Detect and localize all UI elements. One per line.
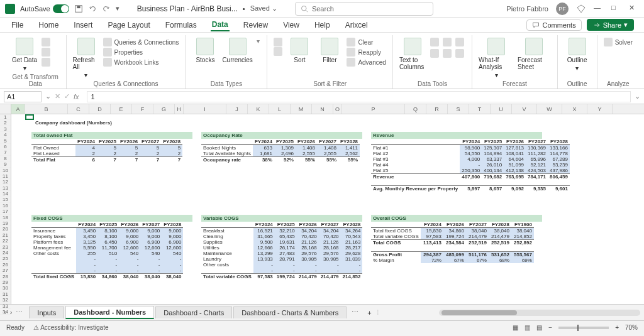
more-tabs-icon[interactable]: ⋯ [348, 308, 362, 317]
more-sheets-icon[interactable]: ⋯ [16, 308, 23, 317]
row-header-6[interactable]: 6 [0, 144, 11, 149]
filter-button[interactable]: Filter [316, 38, 343, 63]
row-header-30[interactable]: 30 [0, 285, 11, 291]
row-headers[interactable]: 1234567891011121314151617181920212223242… [0, 114, 11, 304]
col-header-E[interactable]: E [111, 104, 132, 114]
remove-dup-icon[interactable] [443, 38, 452, 46]
tab-help[interactable]: Help [313, 19, 331, 31]
col-header-T[interactable]: T [469, 104, 491, 114]
row-header-33[interactable]: 33 [0, 303, 11, 309]
col-header-K[interactable]: K [248, 104, 269, 114]
name-box[interactable]: A1 [4, 91, 42, 102]
row-header-16[interactable]: 16 [0, 203, 11, 209]
workbook-links-button[interactable]: Workbook Links [103, 58, 179, 67]
zoom-out-icon[interactable]: − [548, 324, 552, 331]
text-to-columns-button[interactable]: Text to Columns [399, 38, 426, 70]
col-header-W[interactable]: W [537, 104, 562, 114]
data-model-icon[interactable] [455, 49, 464, 58]
properties-button[interactable]: Properties [103, 48, 179, 57]
expand-formula-icon[interactable]: ⌄ [635, 92, 640, 100]
tab-formulas[interactable]: Formulas [164, 19, 198, 31]
outline-button[interactable]: Outline▾ [564, 38, 591, 72]
zoom-slider[interactable] [558, 327, 609, 329]
row-header-19[interactable]: 19 [0, 220, 11, 226]
user-avatar[interactable]: PF [556, 3, 569, 15]
col-header-S[interactable]: S [448, 104, 469, 114]
row-header-8[interactable]: 8 [0, 156, 11, 161]
row-header-4[interactable]: 4 [0, 132, 11, 138]
tab-arixcel[interactable]: Arixcel [344, 19, 369, 31]
diamond-icon[interactable] [576, 4, 586, 14]
row-header-22[interactable]: 22 [0, 238, 11, 244]
row-header-28[interactable]: 28 [0, 274, 11, 279]
stocks-button[interactable]: Stocks [192, 38, 218, 63]
tab-view[interactable]: View [282, 19, 301, 31]
row-header-1[interactable]: 1 [0, 114, 11, 120]
get-data-button[interactable]: Get Data▾ [11, 38, 38, 72]
col-header-P[interactable]: P [342, 104, 405, 114]
share-button[interactable]: Share ▾ [587, 19, 634, 31]
tab-file[interactable]: File [10, 19, 25, 31]
close-icon[interactable]: ✕ [629, 4, 639, 14]
redo-icon[interactable] [102, 4, 111, 13]
col-header-O[interactable]: O [333, 104, 342, 114]
clear-button[interactable]: Clear [347, 38, 386, 46]
row-header-26[interactable]: 26 [0, 262, 11, 268]
queries-connections-button[interactable]: Queries & Connections [103, 38, 179, 46]
row-header-15[interactable]: 15 [0, 197, 11, 202]
sheet-content[interactable]: Company dashboard (Numbers) Total owned … [11, 114, 644, 304]
toggle-on-icon[interactable] [53, 4, 69, 13]
tab-review[interactable]: Review [242, 19, 269, 31]
add-sheet-icon[interactable]: + [364, 309, 375, 317]
chevron-down-icon[interactable]: ▾ [116, 4, 125, 13]
relationships-icon[interactable] [443, 49, 452, 58]
minimize-icon[interactable]: — [594, 4, 604, 14]
zoom-in-icon[interactable]: + [615, 324, 619, 331]
horizontal-scrollbar[interactable] [439, 310, 640, 316]
tab-page-layout[interactable]: Page Layout [106, 19, 151, 31]
row-header-12[interactable]: 12 [0, 179, 11, 185]
row-header-34[interactable]: 34 [0, 309, 11, 315]
confirm-formula-icon[interactable]: ✓ [64, 92, 70, 100]
name-box-chevron-icon[interactable]: ⌄ [45, 92, 51, 100]
sort-button[interactable]: Sort [286, 38, 313, 63]
row-header-5[interactable]: 5 [0, 138, 11, 144]
col-header-A[interactable]: A [11, 104, 25, 114]
from-web-button[interactable] [42, 48, 50, 57]
solver-button[interactable]: Solver [604, 38, 633, 46]
col-header-L[interactable]: L [269, 104, 291, 114]
row-header-17[interactable]: 17 [0, 209, 11, 214]
tab-home[interactable]: Home [37, 19, 60, 31]
whatif-button[interactable]: What-If Analysis▾ [479, 38, 514, 79]
row-header-9[interactable]: 9 [0, 161, 11, 167]
row-header-31[interactable]: 31 [0, 291, 11, 297]
view-page-layout-icon[interactable]: ▥ [525, 324, 530, 331]
formula-input[interactable]: 1 [87, 91, 631, 102]
col-header-C[interactable]: C [68, 104, 89, 114]
tab-data[interactable]: Data [211, 19, 230, 31]
save-icon[interactable] [74, 4, 83, 13]
col-header-G[interactable]: G [153, 104, 175, 114]
row-header-25[interactable]: 25 [0, 256, 11, 261]
row-header-29[interactable]: 29 [0, 279, 11, 285]
undo-icon[interactable] [88, 4, 97, 13]
col-header-M[interactable]: M [291, 104, 312, 114]
sort-asc-button[interactable] [274, 38, 282, 46]
row-header-32[interactable]: 32 [0, 297, 11, 303]
sheet-tab-dashboard-charts-numbers[interactable]: Dashboard - Charts & Numbers [233, 306, 347, 318]
col-header-N[interactable]: N [312, 104, 333, 114]
currencies-button[interactable]: Currencies [222, 38, 252, 63]
col-header-X[interactable]: X [562, 104, 587, 114]
cancel-formula-icon[interactable]: ✕ [55, 92, 60, 100]
sheet-tab-inputs[interactable]: Inputs [29, 306, 64, 318]
view-normal-icon[interactable]: ▦ [513, 324, 518, 331]
row-header-7[interactable]: 7 [0, 149, 11, 155]
row-header-18[interactable]: 18 [0, 215, 11, 220]
col-header-B[interactable]: B [25, 104, 68, 114]
spreadsheet-grid[interactable]: ABCDEFGHIJKLMNOPQRSTUVWXY 12345678910111… [0, 104, 644, 304]
row-header-3[interactable]: 3 [0, 126, 11, 132]
maximize-icon[interactable]: □ [611, 4, 621, 14]
zoom-level[interactable]: 70% [625, 324, 638, 331]
col-header-V[interactable]: V [512, 104, 537, 114]
fx-icon[interactable]: fx [74, 93, 79, 100]
